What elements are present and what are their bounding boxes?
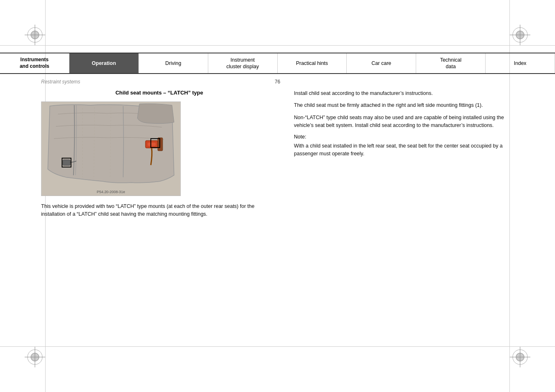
left-body-text: This vehicle is provided with two “LATCH… bbox=[41, 203, 278, 219]
section-header: Restraint systems bbox=[41, 79, 80, 85]
svg-rect-18 bbox=[147, 143, 156, 146]
nav-item-technical-data[interactable]: Technicaldata bbox=[416, 53, 486, 73]
right-column: Install child seat according to the manu… bbox=[294, 90, 514, 359]
right-text-1: Install child seat according to the manu… bbox=[294, 90, 514, 97]
nav-item-driving[interactable]: Driving bbox=[139, 53, 208, 73]
section-title: Child seat mounts – “LATCH” type bbox=[41, 90, 278, 96]
seat-image: P54.20-2008-31e bbox=[41, 101, 181, 196]
right-text-2: The child seat must be firmly attached i… bbox=[294, 101, 514, 109]
nav-item-car-care[interactable]: Car care bbox=[347, 53, 416, 73]
nav-item-operation[interactable]: Operation bbox=[69, 53, 139, 73]
svg-text:P54.20-2008-31e: P54.20-2008-31e bbox=[97, 190, 125, 194]
right-text-3: Non-“LATCH” type child seats may also be… bbox=[294, 114, 514, 130]
note-label: Note: bbox=[294, 134, 514, 140]
corner-decoration-tl bbox=[25, 25, 45, 45]
horizontal-guide-top bbox=[0, 45, 555, 46]
page-number: 76 bbox=[275, 79, 280, 85]
nav-item-instruments-controls[interactable]: Instrumentsand controls bbox=[0, 53, 69, 73]
nav-item-index[interactable]: Index bbox=[486, 53, 555, 73]
svg-rect-21 bbox=[63, 160, 70, 166]
nav-item-practical-hints[interactable]: Practical hints bbox=[278, 53, 347, 73]
note-text: With a child seat installed in the left … bbox=[294, 142, 514, 158]
left-column: Child seat mounts – “LATCH” type bbox=[41, 90, 278, 359]
content-area: Child seat mounts – “LATCH” type bbox=[41, 90, 514, 359]
navigation-bar: Instrumentsand controls Operation Drivin… bbox=[0, 53, 555, 74]
corner-decoration-tr bbox=[510, 25, 530, 45]
nav-item-instrument-cluster[interactable]: Instrumentcluster display bbox=[208, 53, 278, 73]
